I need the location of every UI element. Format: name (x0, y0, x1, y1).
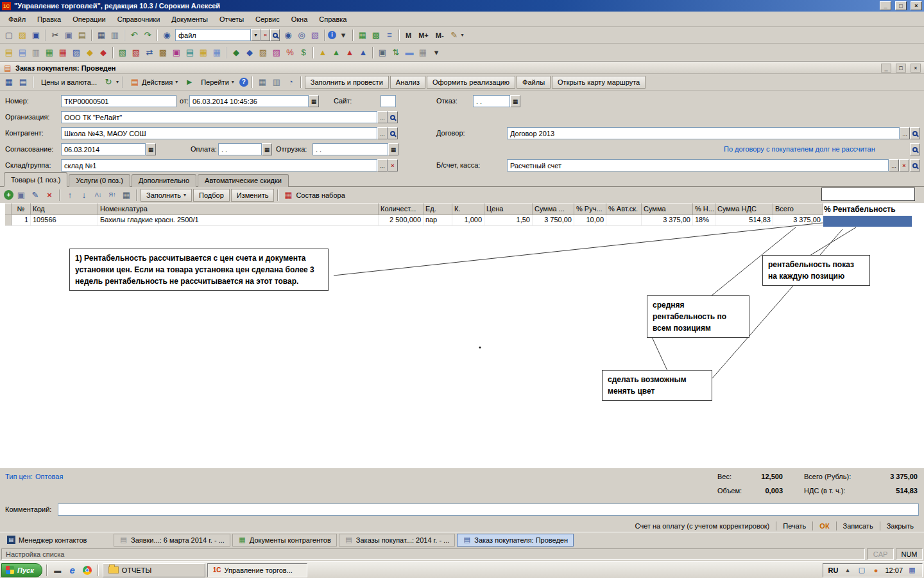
commission-icon[interactable]: ▤ (184, 46, 196, 59)
paste-icon[interactable]: ▤ (76, 29, 89, 42)
mail-icon[interactable]: ▬ (403, 46, 416, 59)
add-row-icon[interactable]: + (4, 190, 13, 200)
task-manager-tray-icon[interactable]: ▦ (907, 565, 917, 575)
chrome-icon[interactable] (81, 564, 94, 577)
pick-button[interactable]: Подбор (193, 189, 230, 202)
menu-file[interactable]: Файл (3, 13, 31, 26)
move-down-icon[interactable]: ↓ (78, 189, 90, 202)
cell-number[interactable]: 1 (12, 215, 31, 225)
actions-button[interactable]: ▤ Действия ▾ (126, 76, 182, 89)
undo-icon[interactable]: ↶ (128, 29, 141, 42)
window-tab-counterparty-documents[interactable]: ▦ Документы контрагентов (232, 534, 337, 547)
menu-windows[interactable]: Окна (286, 13, 314, 26)
account-open-icon[interactable] (910, 159, 920, 171)
cell-coefficient[interactable]: 1,000 (452, 215, 484, 225)
language-indicator[interactable]: RU (828, 566, 839, 574)
tab-goods[interactable]: Товары (1 поз.) (4, 172, 67, 187)
invoice-button[interactable]: Счет на оплату (с учетом корректировок) (629, 521, 776, 531)
supplier-order-icon[interactable]: ▤ (16, 46, 29, 59)
price-types-icon[interactable]: ▨ (270, 46, 283, 59)
column-quantity[interactable]: Количест... (379, 203, 424, 215)
ok-button[interactable]: ОК (813, 521, 835, 531)
warehouse-select-icon[interactable]: ... (377, 159, 388, 171)
currencies-icon[interactable]: $ (297, 46, 310, 59)
cell-manual-discount[interactable]: 10,00 (574, 215, 606, 225)
counterparty-field[interactable]: Школа №43, МАОУ СОШ (61, 127, 377, 139)
comment-field[interactable] (58, 504, 919, 516)
internet-explorer-icon[interactable]: e (66, 564, 79, 577)
window-tab-customer-order-posted[interactable]: ▤ Заказ покупателя: Проведен (457, 534, 574, 547)
clock-icon[interactable]: ◔ (284, 76, 297, 89)
save-icon[interactable]: ▣ (30, 29, 42, 42)
report-profit-icon[interactable]: ▲ (357, 46, 370, 59)
memory-add-button[interactable]: M+ (415, 30, 432, 40)
info-icon[interactable]: i (328, 31, 336, 39)
contract-select-icon[interactable]: ... (900, 127, 910, 139)
document-close-button[interactable]: × (911, 64, 921, 73)
menu-catalogs[interactable]: Справочники (112, 13, 166, 26)
copy-row-icon[interactable]: ▣ (15, 189, 28, 202)
sort-ascending-icon[interactable]: А↓ (92, 189, 105, 202)
column-auto-discount[interactable]: % Авт.ск. (606, 203, 642, 215)
cut-icon[interactable]: ✂ (49, 29, 62, 42)
discounts-icon[interactable]: % (284, 46, 296, 59)
payment-calendar-icon[interactable]: ▦ (210, 46, 223, 59)
orders-list-icon[interactable]: ▦ (197, 46, 210, 59)
format-painter-icon[interactable]: ▧ (309, 29, 321, 42)
tab-services[interactable]: Услуги (0 поз.) (69, 174, 130, 187)
show-tree-icon[interactable]: ▩ (370, 29, 382, 42)
cash-outcome-icon[interactable]: ◆ (97, 46, 110, 59)
post-document-icon[interactable]: ► (183, 76, 196, 89)
move-up-icon[interactable]: ↑ (64, 189, 76, 202)
start-button[interactable]: Пуск (1, 563, 42, 577)
counterparties-icon[interactable]: ◆ (230, 46, 243, 59)
debt-status-link[interactable]: По договору с покупателем долг не рассчи… (724, 145, 875, 153)
number-field[interactable]: ТКР00000501 (61, 95, 176, 107)
search-input[interactable]: файл (175, 29, 251, 41)
settings-icon[interactable]: ▣ (376, 46, 389, 59)
save-button[interactable]: Записать (837, 521, 880, 531)
find-next-icon[interactable]: ◎ (295, 29, 308, 42)
payment-date-field[interactable]: . . (218, 143, 262, 155)
date-field[interactable]: 06.03.2014 10:45:36 (189, 95, 309, 107)
shipment-calendar-icon[interactable]: ▦ (388, 143, 398, 155)
cell-total[interactable]: 3 375,00 (773, 215, 823, 225)
refresh-dropdown-icon[interactable]: ▾ (116, 79, 119, 85)
bundle-contents-button[interactable]: Состав набора (296, 189, 348, 202)
hide-icons-arrow-icon[interactable]: ▴ (843, 565, 852, 575)
minimize-button[interactable]: _ (880, 1, 891, 10)
cell-sum-discounted[interactable]: 3 375,00 (642, 215, 693, 225)
window-tab-requests[interactable]: ▤ Заявки...: 6 марта 2014 г. - ... (114, 534, 230, 547)
warehouse-field[interactable]: склад №1 (61, 159, 377, 171)
menu-documents[interactable]: Документы (166, 13, 214, 26)
organization-field[interactable]: ООО ТК "РеЛайт" (61, 111, 377, 123)
refusal-field[interactable]: . . (473, 95, 510, 107)
show-list-icon[interactable]: ▦ (356, 29, 369, 42)
show-in-list-icon[interactable]: ▦ (3, 76, 15, 89)
open-route-map-button[interactable]: Открыть карту маршрута (552, 76, 646, 89)
clock[interactable]: 12:07 (885, 566, 903, 574)
tab-additional[interactable]: Дополнительно (132, 174, 196, 187)
print-icon[interactable]: ▦ (95, 29, 108, 42)
taskbar-folder-button[interactable]: ОТЧЕТЫ (103, 563, 205, 577)
cell-nomenclature[interactable]: Бахилы гладкие красн. 2500/1 (98, 215, 379, 225)
report-stock-icon[interactable]: ▲ (330, 46, 343, 59)
memory-store-button[interactable]: M (402, 30, 415, 40)
column-vat-rate[interactable]: % Н... (693, 203, 715, 215)
search-icon[interactable]: ◉ (160, 29, 173, 42)
debt-report-icon[interactable]: ▦ (56, 46, 69, 59)
info-dropdown-icon[interactable]: ▾ (337, 29, 350, 42)
delete-row-icon[interactable]: × (43, 189, 56, 202)
document-structure-icon[interactable]: ▤ (17, 76, 30, 89)
exchange-icon[interactable]: ⇅ (389, 46, 402, 59)
memory-subtract-button[interactable]: M- (432, 30, 447, 40)
list-settings-icon[interactable]: ▦ (120, 189, 133, 202)
maximize-button[interactable]: □ (895, 1, 907, 10)
find-icon[interactable]: ◉ (282, 29, 295, 42)
cell-quantity[interactable]: 2 500,000 (379, 215, 424, 225)
open-icon[interactable]: ▨ (16, 29, 29, 42)
search-dropdown-icon[interactable]: ▾ (251, 29, 261, 41)
edit-row-icon[interactable]: ✎ (29, 189, 42, 202)
column-manual-discount[interactable]: % Руч... (574, 203, 606, 215)
customer-order-icon[interactable]: ▤ (3, 46, 15, 59)
